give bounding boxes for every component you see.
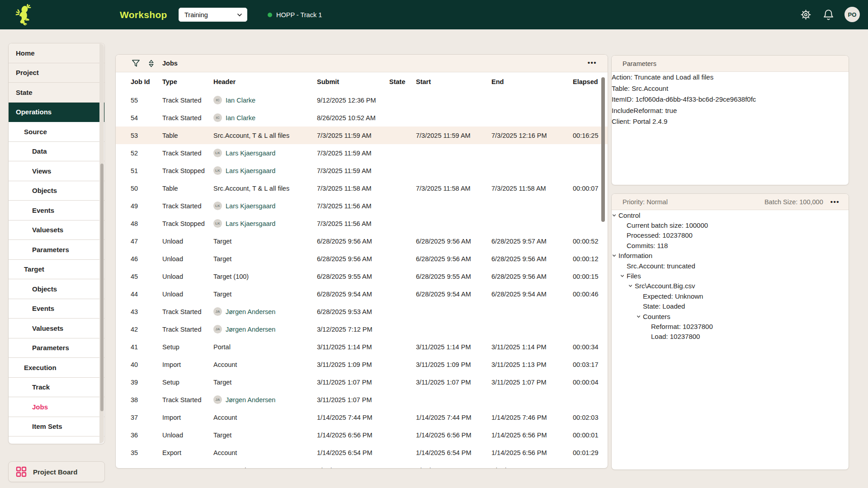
tree-node[interactable]: Commits: 118 xyxy=(620,240,849,250)
column-header[interactable]: Header xyxy=(213,78,317,85)
sidebar-item[interactable]: Data xyxy=(9,142,104,162)
sidebar-item-label: Events xyxy=(32,206,54,214)
person-name[interactable]: Lars Kjaersgaard xyxy=(226,150,275,157)
table-row[interactable]: 50 Table Src.Account, T & L all files 7/… xyxy=(116,179,608,197)
details-more-menu-icon[interactable]: ••• xyxy=(830,198,840,206)
tree-node[interactable]: Reformat: 10237800 xyxy=(644,321,849,331)
user-avatar: IC xyxy=(213,113,222,122)
table-row[interactable]: 43 Track Started JA Jørgen Andersen 6/28… xyxy=(116,303,608,320)
sidebar-item[interactable]: Execution xyxy=(9,358,104,378)
header-text: Target xyxy=(213,255,231,263)
notifications-bell-icon[interactable] xyxy=(822,9,835,21)
sidebar-item[interactable]: Valuesets xyxy=(9,221,104,240)
filter-funnel-icon[interactable] xyxy=(131,59,141,68)
tree-node-label: Src\Account.Big.csv xyxy=(635,282,695,290)
settings-gear-icon[interactable] xyxy=(800,9,812,21)
column-header[interactable]: State xyxy=(389,78,416,85)
table-row[interactable]: 40 Import Account 3/11/2025 1:09 PM 3/11… xyxy=(116,356,608,373)
jobs-table-scrollbar[interactable] xyxy=(601,77,605,465)
table-row[interactable]: 36 Unload Target 1/14/2025 6:56 PM 1/14/… xyxy=(116,426,608,444)
column-header[interactable]: Job Id xyxy=(131,78,162,85)
person-name[interactable]: Ian Clarke xyxy=(226,97,255,104)
table-row[interactable]: 46 Unload Target 6/28/2025 9:56 AM 6/28/… xyxy=(116,250,608,267)
table-row[interactable]: 51 Track Stopped LK Lars Kjaersgaard 7/3… xyxy=(116,162,608,179)
table-row[interactable]: 38 Track Started JA Jørgen Andersen 3/11… xyxy=(116,391,608,408)
person-name[interactable]: Lars Kjaersgaard xyxy=(226,202,275,210)
sidebar-item[interactable]: Project xyxy=(9,63,104,83)
sidebar-item[interactable]: Valuesets xyxy=(9,319,104,338)
sidebar-item[interactable]: Jobs xyxy=(9,397,104,417)
person-name[interactable]: Jørgen Andersen xyxy=(226,396,275,404)
chevron-down-icon[interactable] xyxy=(612,253,617,258)
sidebar-item[interactable]: Source xyxy=(9,122,104,142)
cell-type: Track Started xyxy=(162,150,213,157)
table-row[interactable]: 49 Track Started LK Lars Kjaersgaard 7/3… xyxy=(116,197,608,215)
parameter-line: Table: Src.Account xyxy=(612,83,849,94)
table-row[interactable]: 44 Unload Target 6/28/2025 9:54 AM 6/28/… xyxy=(116,285,608,303)
person-name[interactable]: Lars Kjaersgaard xyxy=(226,220,275,227)
table-row[interactable]: 45 Unload Target (100) 6/28/2025 9:55 AM… xyxy=(116,267,608,285)
tree-node[interactable]: Src.Account: truncated xyxy=(620,261,849,271)
tree-node[interactable]: Files xyxy=(620,271,849,281)
chevron-down-icon[interactable] xyxy=(620,273,625,278)
job-details-header: Priority: Normal Batch Size: 100,000 ••• xyxy=(612,194,849,210)
sidebar-item[interactable]: Item Sets xyxy=(9,417,104,437)
chevron-down-icon[interactable] xyxy=(636,314,641,319)
table-row[interactable]: 35 Export Account 1/14/2025 6:54 PM 1/14… xyxy=(116,444,608,461)
tree-node[interactable]: Control xyxy=(612,210,849,220)
table-row[interactable]: 54 Track Started IC Ian Clarke 8/26/2025… xyxy=(116,109,608,127)
tree-node[interactable]: Src\Account.Big.csv xyxy=(628,281,849,291)
table-row[interactable]: 53 Table Src.Account, T & L all files 7/… xyxy=(116,127,608,144)
table-row[interactable]: 47 Unload Target 6/28/2025 9:56 AM 6/28/… xyxy=(116,232,608,250)
column-header[interactable]: Start xyxy=(416,78,491,85)
tree-node[interactable]: Information xyxy=(612,251,849,261)
jobs-table-header: Job Id Type Header Submit State Start En… xyxy=(116,72,608,91)
tree-node[interactable]: Processed: 10237800 xyxy=(620,230,849,240)
cell-start: 3/11/2025 1:09 PM xyxy=(416,361,491,368)
sidebar-item[interactable]: Parameters xyxy=(9,240,104,260)
sidebar-item[interactable]: Events xyxy=(9,299,104,319)
sidebar-item[interactable]: Operations xyxy=(9,103,104,122)
jobs-table-scrollbar-thumb[interactable] xyxy=(601,77,605,222)
sidebar-scrollbar[interactable] xyxy=(99,44,104,443)
sidebar-scrollbar-thumb[interactable] xyxy=(100,164,104,411)
tree-node[interactable]: Load: 10237800 xyxy=(644,332,849,342)
table-row[interactable]: 55 Track Started IC Ian Clarke 9/12/2025… xyxy=(116,91,608,109)
chevron-down-icon[interactable] xyxy=(628,283,633,288)
cell-state xyxy=(389,361,416,368)
person-name[interactable]: Jørgen Andersen xyxy=(226,308,275,315)
table-row[interactable]: 41 Setup Portal 3/11/2025 1:14 PM 3/11/2… xyxy=(116,338,608,356)
jobs-more-menu-icon[interactable]: ••• xyxy=(588,55,597,72)
user-avatar[interactable]: PO xyxy=(844,7,860,22)
sidebar-item[interactable]: Events xyxy=(9,201,104,221)
environment-select[interactable]: Training xyxy=(179,8,247,22)
sort-icon[interactable] xyxy=(146,59,156,68)
tree-node[interactable]: Current batch size: 100000 xyxy=(620,220,849,230)
column-header[interactable]: Submit xyxy=(317,78,389,85)
table-row[interactable]: 42 Track Started JA Jørgen Andersen 3/12… xyxy=(116,320,608,338)
sidebar-item[interactable]: Home xyxy=(9,43,104,63)
project-board-button[interactable]: Project Board xyxy=(8,461,105,482)
sidebar-item[interactable]: Track xyxy=(9,378,104,398)
tree-node[interactable]: State: Loaded xyxy=(636,301,849,311)
tree-node[interactable]: Expected: Unknown xyxy=(636,291,849,301)
sidebar-item[interactable]: Views xyxy=(9,161,104,181)
column-header[interactable]: Type xyxy=(162,78,213,85)
chevron-down-icon[interactable] xyxy=(612,213,617,218)
person-name[interactable]: Jørgen Andersen xyxy=(226,326,275,333)
table-row[interactable]: 48 Track Stopped LK Lars Kjaersgaard 7/3… xyxy=(116,215,608,232)
sidebar-item[interactable]: Objects xyxy=(9,181,104,201)
person-name[interactable]: Lars Kjaersgaard xyxy=(226,167,275,174)
sidebar-item[interactable]: Objects xyxy=(9,279,104,299)
table-row[interactable]: 52 Track Started LK Lars Kjaersgaard 7/3… xyxy=(116,144,608,162)
sidebar-item[interactable]: Target xyxy=(9,260,104,280)
person-name[interactable]: Ian Clarke xyxy=(226,114,255,122)
sidebar-item[interactable]: State xyxy=(9,83,104,103)
tree-node[interactable]: Counters xyxy=(636,311,849,321)
column-header[interactable]: End xyxy=(491,78,573,85)
table-row[interactable]: 37 Import Account 1/14/2025 7:44 PM 1/14… xyxy=(116,408,608,426)
table-row[interactable]: 34 Setup Target Back 1/14/2025 6:54 PM 1… xyxy=(116,461,608,469)
sidebar-item[interactable]: Parameters xyxy=(9,338,104,358)
table-row[interactable]: 39 Setup Target 3/11/2025 1:07 PM 3/11/2… xyxy=(116,373,608,391)
cell-end: 1/14/2025 6:56 PM xyxy=(491,449,573,456)
